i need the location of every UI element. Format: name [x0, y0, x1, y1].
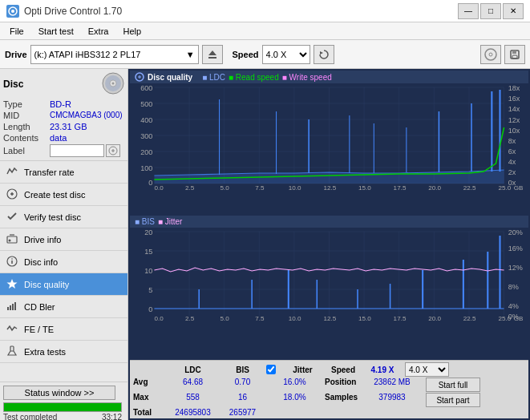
- svg-point-13: [112, 83, 115, 85]
- svg-rect-23: [10, 305, 11, 310]
- nav-create-test-disc[interactable]: Create test disc: [0, 184, 127, 206]
- svg-text:12.5: 12.5: [323, 184, 336, 192]
- chart1-header: Disc quality ■ LDC ■ Read speed ■ Write …: [130, 71, 528, 83]
- nav-disc-quality[interactable]: Disc quality: [0, 273, 127, 296]
- svg-text:10.0: 10.0: [289, 315, 301, 322]
- svg-text:16%: 16%: [508, 244, 523, 252]
- svg-text:12.5: 12.5: [323, 315, 336, 322]
- status-text: Test completed: [3, 413, 57, 420]
- max-label: Max: [133, 393, 165, 407]
- svg-text:25.0: 25.0: [498, 184, 511, 192]
- status-window-button[interactable]: Status window >>: [3, 386, 115, 400]
- svg-text:200: 200: [140, 148, 152, 156]
- window-controls: — □ ✕: [458, 3, 524, 19]
- jitter-legend: ■ Jitter: [158, 217, 183, 226]
- bis-total: 265977: [220, 408, 265, 417]
- maximize-button[interactable]: □: [480, 3, 501, 19]
- svg-text:2x: 2x: [508, 168, 516, 176]
- nav-verify-test-disc[interactable]: Verify test disc: [0, 206, 127, 228]
- svg-text:2.5: 2.5: [185, 315, 195, 322]
- svg-text:10: 10: [144, 267, 152, 275]
- svg-text:300: 300: [140, 132, 152, 140]
- svg-text:12x: 12x: [508, 116, 520, 124]
- ldc-avg: 64.68: [167, 378, 219, 392]
- svg-text:17.5: 17.5: [394, 184, 407, 192]
- svg-text:4x: 4x: [508, 158, 516, 166]
- disc-label-row: Label: [3, 144, 124, 157]
- chart1-title: Disc quality: [148, 73, 192, 82]
- ldc-legend: ■ LDC: [202, 73, 225, 82]
- menu-start-test[interactable]: Start test: [32, 23, 80, 39]
- svg-rect-25: [14, 302, 16, 310]
- extra-tests-icon: [6, 345, 19, 358]
- nav-disc-info[interactable]: Disc info: [0, 251, 127, 273]
- menu-help[interactable]: Help: [116, 23, 148, 39]
- close-button[interactable]: ✕: [503, 3, 524, 19]
- app-icon: [6, 5, 19, 18]
- disc-type-row: Type BD-R: [3, 99, 124, 109]
- svg-point-1: [11, 10, 14, 13]
- position-label: Position: [325, 378, 358, 392]
- svg-text:20.0: 20.0: [428, 315, 441, 322]
- speed-dropdown[interactable]: 1.0 X2.0 X4.0 X6.0 X8.0 X: [262, 45, 310, 64]
- svg-text:20: 20: [144, 228, 152, 236]
- svg-text:14x: 14x: [508, 105, 520, 113]
- bis-avg: 0.70: [220, 378, 265, 392]
- status-bar: Status window >> Test completed 33:12: [0, 382, 127, 420]
- fe-te-icon: [6, 323, 19, 336]
- start-part-button[interactable]: Start part: [426, 393, 480, 407]
- nav-fe-te[interactable]: FE / TE: [0, 318, 127, 341]
- disc-section: Disc Type BD-R MID CMCMAGBA3 (000) Lengt…: [0, 69, 127, 161]
- svg-text:15.0: 15.0: [358, 315, 371, 322]
- start-full-button[interactable]: Start full: [426, 378, 480, 392]
- svg-text:400: 400: [140, 116, 152, 124]
- disc-contents-row: Contents data: [3, 133, 124, 143]
- svg-text:16x: 16x: [508, 95, 520, 103]
- stats-avg-row: Avg 64.68 0.70 16.0% Position 23862 MB S…: [133, 378, 525, 392]
- disc-label-browse-button[interactable]: [106, 144, 120, 157]
- bis-max: 16: [220, 393, 265, 407]
- svg-rect-8: [512, 50, 516, 54]
- ldc-max: 558: [167, 393, 219, 407]
- svg-marker-4: [320, 51, 323, 55]
- eject-button[interactable]: [202, 45, 223, 64]
- speed-label: Speed: [233, 50, 259, 59]
- svg-point-20: [11, 258, 13, 260]
- speed-col-header: Speed: [326, 365, 360, 374]
- left-panel: Disc Type BD-R MID CMCMAGBA3 (000) Lengt…: [0, 69, 128, 420]
- nav-cd-bler[interactable]: CD Bler: [0, 296, 127, 318]
- refresh-button[interactable]: [314, 45, 334, 64]
- bis-col-header: BIS: [220, 365, 265, 374]
- disc-icon: [102, 72, 124, 96]
- svg-point-5: [485, 49, 496, 60]
- svg-text:8x: 8x: [508, 137, 516, 145]
- minimize-button[interactable]: —: [458, 3, 479, 19]
- svg-point-17: [9, 239, 11, 241]
- save-button[interactable]: [504, 45, 525, 64]
- jitter-avg: 16.0%: [266, 378, 323, 392]
- drive-dropdown[interactable]: (k:) ATAPI iHBS312 2 PL17 ▼: [30, 45, 199, 64]
- progress-bar: [3, 402, 122, 412]
- position-value: 23862 MB: [360, 378, 424, 392]
- nav-extra-tests[interactable]: Extra tests: [0, 341, 127, 363]
- svg-rect-24: [12, 304, 14, 310]
- svg-text:5.0: 5.0: [220, 315, 230, 322]
- nav-drive-info[interactable]: Drive info: [0, 228, 127, 251]
- speed-select[interactable]: 4.0 X6.0 X8.0 X: [405, 362, 449, 377]
- transfer-rate-icon: [6, 166, 19, 179]
- jitter-checkbox[interactable]: [266, 365, 276, 374]
- nav-transfer-rate[interactable]: Transfer rate: [0, 161, 127, 184]
- svg-text:0: 0: [148, 305, 152, 313]
- app-title: Opti Drive Control 1.70: [24, 6, 458, 17]
- svg-text:0.0: 0.0: [154, 315, 164, 322]
- svg-text:4%: 4%: [508, 302, 519, 310]
- drive-info-icon: [6, 233, 19, 246]
- menu-file[interactable]: File: [3, 23, 30, 39]
- disc-label-input[interactable]: [50, 144, 104, 157]
- menu-extra[interactable]: Extra: [82, 23, 115, 39]
- disc-icon-button[interactable]: [480, 45, 501, 64]
- chart2-area: 20 15 10 5 0 20% 16% 12% 8% 4% 0% 0.0 2.…: [130, 228, 528, 360]
- progress-bar-fill: [4, 403, 121, 411]
- disc-section-title: Disc: [3, 79, 23, 90]
- svg-text:22.5: 22.5: [463, 315, 476, 322]
